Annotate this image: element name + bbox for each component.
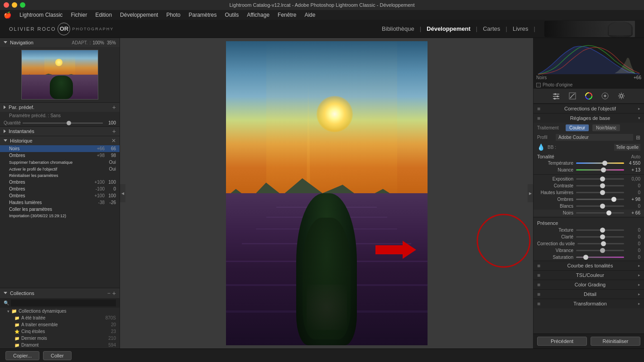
menu-outils[interactable]: Outils	[221, 11, 243, 19]
vibrance-track[interactable]	[576, 250, 624, 251]
menu-fichier[interactable]: Fichier	[67, 11, 91, 19]
tsl-header[interactable]: ◼ TSL/Couleur ▸	[533, 271, 644, 280]
contraste-track[interactable]	[576, 185, 624, 186]
reinitialiser-button[interactable]: Réinitialiser	[591, 337, 640, 346]
history-item-import[interactable]: Importation (30/06/22 15:29:12)	[0, 213, 120, 219]
hautes-lumieres-handle[interactable]	[600, 190, 605, 195]
contraste-handle[interactable]	[600, 183, 605, 188]
precedent-button[interactable]: Précédent	[537, 337, 587, 346]
maximize-button[interactable]	[20, 2, 25, 8]
history-item-profil[interactable]: Activer le profil de l'objectif Oui	[0, 166, 120, 172]
menu-affichage[interactable]: Affichage	[243, 11, 273, 19]
clarte-handle[interactable]	[600, 234, 605, 239]
menu-edition[interactable]: Edition	[91, 11, 115, 19]
menu-developpement[interactable]: Développement	[116, 11, 162, 19]
left-collapse-arrow[interactable]: ◀	[120, 184, 125, 202]
objectif-header[interactable]: ◼ Corrections de l'objectif ▸	[533, 104, 644, 113]
historique-close[interactable]: ✕	[111, 138, 116, 144]
close-button[interactable]	[4, 2, 9, 8]
history-item-ombres3[interactable]: Ombres -100 0	[0, 186, 120, 192]
minimize-button[interactable]	[12, 2, 17, 8]
ombres-track[interactable]	[576, 199, 624, 200]
correction-voile-handle[interactable]	[601, 241, 606, 246]
nav-cartes[interactable]: Cartes	[481, 24, 502, 33]
menu-app[interactable]: Lightroom Classic	[16, 11, 66, 19]
clarte-track[interactable]	[576, 236, 624, 238]
menu-parametres[interactable]: Paramètres	[185, 11, 221, 19]
auto-btn[interactable]: Auto	[631, 154, 640, 159]
exposition-handle[interactable]	[600, 176, 605, 181]
copier-button[interactable]: Copier...	[5, 351, 39, 360]
noirs-slider-track[interactable]	[576, 212, 624, 214]
nuance-handle[interactable]	[601, 167, 606, 172]
par-predef-add[interactable]: +	[112, 104, 116, 111]
blancs-track[interactable]	[576, 205, 624, 207]
coller-button[interactable]: Coller	[43, 351, 72, 360]
history-item-noirs[interactable]: Noirs +66 66	[0, 145, 120, 152]
traitement-noir-blanc-btn[interactable]: Noir/blanc	[592, 124, 620, 131]
collection-dramont[interactable]: 📁 Dramont 594	[0, 342, 120, 348]
collection-traitee[interactable]: 📁 A été traitée 870S	[0, 314, 120, 321]
settings-icon[interactable]	[617, 91, 626, 100]
history-item-ombres4[interactable]: Ombres +100 100	[0, 192, 120, 199]
history-item-aberration[interactable]: Supprimer l'aberration chromatique Oui	[0, 159, 120, 166]
adapt-percent1[interactable]: 100%	[92, 40, 104, 45]
instantanes-header[interactable]: Instantanés +	[0, 127, 120, 136]
exposition-track[interactable]	[576, 178, 624, 180]
blancs-handle[interactable]	[600, 204, 605, 209]
collection-traiter[interactable]: 📁 A traiter ensemble 20	[0, 321, 120, 328]
history-item-ombres1[interactable]: Ombres +98 98	[0, 152, 120, 159]
bb-preset-btn[interactable]: Telle quelle	[614, 144, 640, 151]
navigation-header[interactable]: Navigation ADAPT. : 100% 35%	[0, 38, 120, 47]
history-item-reinit[interactable]: Réinitialiser les paramètres	[0, 172, 120, 179]
right-collapse-arrow[interactable]: ▶	[528, 184, 533, 202]
collections-add[interactable]: +	[112, 290, 116, 297]
reglages-base-header[interactable]: ◼ Réglages de base ▾	[533, 114, 644, 123]
quantity-handle[interactable]	[67, 121, 71, 125]
saturation-track[interactable]	[576, 257, 624, 258]
texture-track[interactable]	[576, 229, 624, 231]
color-grading-header[interactable]: ◼ Color Grading ▸	[533, 280, 644, 289]
par-predef-header[interactable]: Par. prédef. +	[0, 103, 120, 112]
ombres-handle[interactable]	[611, 197, 616, 202]
saturation-handle[interactable]	[583, 255, 588, 260]
texture-handle[interactable]	[600, 228, 605, 233]
correction-voile-track[interactable]	[577, 243, 624, 244]
historique-header[interactable]: Historique ✕	[0, 136, 120, 145]
collections-minus[interactable]: −	[107, 290, 111, 296]
traitement-couleur-btn[interactable]: Couleur	[566, 124, 589, 131]
noirs-slider-handle[interactable]	[606, 210, 611, 215]
profile-value[interactable]: Adobe Couleur	[556, 134, 633, 141]
collection-cinq-etoiles[interactable]: ⭐ Cinq étoiles 23	[0, 328, 120, 335]
hsl-icon[interactable]	[584, 91, 593, 100]
curve-icon[interactable]	[568, 91, 577, 100]
collections-search-input[interactable]	[11, 300, 116, 306]
hautes-lumieres-track[interactable]	[576, 192, 624, 193]
quantity-slider[interactable]	[23, 123, 103, 124]
collection-dernier-mois[interactable]: 📁 Dernier mois 210	[0, 335, 120, 342]
history-item-ombres2[interactable]: Ombres +100 100	[0, 179, 120, 186]
courbe-header[interactable]: ◼ Courbe des tonalités ▸	[533, 261, 644, 270]
history-item-coller[interactable]: Coller les paramètres	[0, 206, 120, 213]
adapt-percent2[interactable]: 35%	[107, 40, 116, 45]
collections-header[interactable]: Collections − +	[0, 288, 120, 298]
instantanes-add[interactable]: +	[112, 128, 116, 135]
collection-dynamic-header[interactable]: ▾ 📁 Collections dynamiques	[0, 308, 120, 314]
profile-grid-icon[interactable]: ⊞	[636, 134, 640, 141]
apple-menu[interactable]: 🍎	[4, 11, 11, 19]
nav-bibliotheque[interactable]: Bibliothèque	[380, 24, 416, 33]
nav-livres[interactable]: Livres	[511, 24, 530, 33]
nuance-track[interactable]	[576, 169, 624, 171]
sliders-icon[interactable]	[552, 91, 561, 100]
menu-photo[interactable]: Photo	[163, 11, 184, 19]
nav-developpement[interactable]: Développement	[425, 24, 472, 33]
menu-aide[interactable]: Aide	[301, 11, 319, 19]
eyedropper-icon[interactable]: 💧	[537, 143, 545, 151]
history-item-hautes[interactable]: Hautes lumières -38 -26	[0, 199, 120, 206]
temperature-track[interactable]	[576, 162, 624, 164]
transformation-header[interactable]: ◼ Transformation ▸	[533, 299, 644, 308]
detail-header[interactable]: ◼ Détail ▸	[533, 290, 644, 299]
menu-fenetre[interactable]: Fenêtre	[274, 11, 300, 19]
traffic-lights[interactable]	[4, 2, 25, 8]
temperature-handle[interactable]	[602, 161, 607, 166]
